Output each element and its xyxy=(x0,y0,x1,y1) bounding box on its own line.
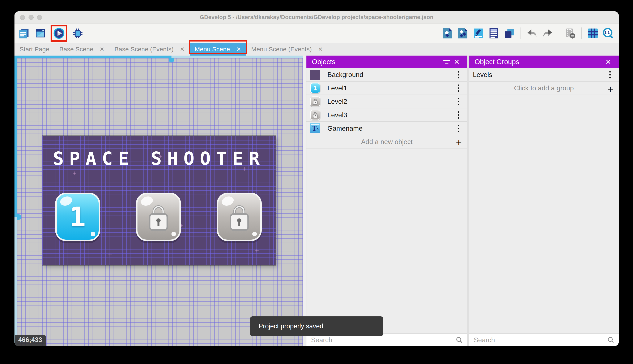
lock-icon xyxy=(147,201,170,233)
search-icon xyxy=(455,336,463,344)
background-object-thumbnail xyxy=(310,70,320,80)
toolbar: 1:1 xyxy=(15,24,619,43)
redo-icon[interactable] xyxy=(541,27,554,40)
project-manager-icon[interactable] xyxy=(18,27,30,40)
toolbar-left xyxy=(15,25,84,42)
object-menu-kebab-icon[interactable] xyxy=(453,96,463,106)
close-objects-panel-icon[interactable]: ✕ xyxy=(452,57,462,67)
zoom-ratio-label: 1:1 xyxy=(604,30,610,35)
object-menu-kebab-icon[interactable] xyxy=(453,70,463,80)
search-icon xyxy=(607,336,614,344)
toast-message: Project properly saved xyxy=(258,322,323,330)
cursor-coordinates-badge: 466;433 xyxy=(15,335,46,346)
save-toast: Project properly saved xyxy=(250,316,383,336)
add-group-button[interactable]: Click to add a group + xyxy=(469,82,619,95)
window-title: GDevelop 5 - /Users/dkarakay/Documents/G… xyxy=(200,14,433,20)
scene-preview[interactable]: SPACE SHOOTER 1 xyxy=(42,136,275,265)
toggle-window-mask-icon[interactable] xyxy=(564,27,576,40)
tab-base-scene[interactable]: Base Scene ✕ xyxy=(54,43,109,56)
object-menu-kebab-icon[interactable] xyxy=(453,83,463,93)
panel-divider[interactable] xyxy=(467,56,469,346)
open-objects-panel-icon[interactable] xyxy=(441,27,453,40)
object-row-level3[interactable]: Level3 xyxy=(306,108,467,122)
close-object-groups-panel-icon[interactable]: ✕ xyxy=(603,57,613,67)
vertical-scrollbar[interactable] xyxy=(15,56,17,346)
play-highlight-box xyxy=(51,25,67,42)
level3-object-thumbnail xyxy=(310,110,320,120)
toolbar-divider xyxy=(559,28,559,39)
tabbar: Start Page Base Scene ✕ Base Scene (Even… xyxy=(15,43,619,56)
level3-locked-button-instance[interactable] xyxy=(217,193,262,241)
undo-icon[interactable] xyxy=(526,27,538,40)
sparkle-decoration xyxy=(110,253,110,257)
level1-object-thumbnail: 1 xyxy=(310,83,320,93)
tab-menu-scene[interactable]: Menu Scene ✕ xyxy=(190,43,246,56)
level1-button-instance[interactable]: 1 xyxy=(55,193,100,241)
traffic-lights xyxy=(20,15,42,20)
sparkle-decoration xyxy=(256,249,257,252)
game-title-text-instance[interactable]: SPACE SHOOTER xyxy=(42,148,275,169)
text-object-thumbnail: Tx xyxy=(310,123,320,133)
objects-panel-header: Objects ✕ xyxy=(306,56,467,68)
group-row-levels[interactable]: Levels xyxy=(469,68,619,82)
toggle-grid-icon[interactable] xyxy=(587,27,599,40)
tab-base-scene-events[interactable]: Base Scene (Events) ✕ xyxy=(109,43,189,56)
close-window-button[interactable] xyxy=(20,15,25,20)
titlebar: GDevelop 5 - /Users/dkarakay/Documents/G… xyxy=(15,11,619,24)
object-groups-panel: Object Groups ✕ Levels Click to add a gr… xyxy=(469,56,619,346)
horizontal-scrollbar[interactable] xyxy=(15,56,303,58)
object-row-level1[interactable]: 1 Level1 xyxy=(306,82,467,95)
tab-menu-scene-events[interactable]: Menu Scene (Events) ✕ xyxy=(246,43,328,56)
objects-panel-title: Objects xyxy=(312,58,335,66)
close-tab-icon[interactable]: ✕ xyxy=(318,46,323,53)
toolbar-divider xyxy=(581,28,582,39)
scene-window-icon[interactable] xyxy=(34,27,46,40)
object-menu-kebab-icon[interactable] xyxy=(453,123,463,133)
close-tab-icon[interactable]: ✕ xyxy=(180,46,185,53)
open-layers-panel-icon[interactable] xyxy=(503,27,515,40)
plus-icon[interactable]: + xyxy=(456,137,462,148)
zoom-one-to-one-icon[interactable]: 1:1 xyxy=(602,27,614,40)
main-content: SPACE SHOOTER 1 xyxy=(15,56,619,346)
toolbar-divider xyxy=(520,28,521,39)
sparkle-decoration xyxy=(74,172,75,175)
object-row-background[interactable]: Background xyxy=(306,68,467,82)
tab-start-page[interactable]: Start Page xyxy=(15,43,54,56)
objects-panel: Objects ✕ Background 1 Level1 xyxy=(306,56,467,346)
object-menu-kebab-icon[interactable] xyxy=(453,110,463,120)
minimize-window-button[interactable] xyxy=(29,15,34,20)
add-new-object-button[interactable]: Add a new object + xyxy=(306,135,467,149)
open-properties-panel-icon[interactable] xyxy=(472,27,484,40)
filter-icon[interactable] xyxy=(442,57,452,67)
object-row-level2[interactable]: Level2 xyxy=(306,95,467,108)
group-menu-kebab-icon[interactable] xyxy=(605,70,615,80)
play-button[interactable] xyxy=(53,28,65,39)
close-tab-icon[interactable]: ✕ xyxy=(236,46,241,53)
zoom-window-button[interactable] xyxy=(37,15,42,20)
plus-icon[interactable]: + xyxy=(607,83,613,95)
sparkle-decoration xyxy=(181,224,182,227)
lock-icon xyxy=(312,98,318,105)
toolbar-right: 1:1 xyxy=(441,27,619,40)
scene-editor-canvas[interactable]: SPACE SHOOTER 1 xyxy=(15,56,306,346)
groups-search-bar xyxy=(469,334,619,346)
open-instances-list-panel-icon[interactable] xyxy=(488,27,500,40)
level2-object-thumbnail xyxy=(310,96,320,106)
objects-search-input[interactable] xyxy=(311,336,455,344)
app-window: GDevelop 5 - /Users/dkarakay/Documents/G… xyxy=(15,11,619,346)
open-object-groups-panel-icon[interactable] xyxy=(457,27,469,40)
object-groups-panel-header: Object Groups ✕ xyxy=(469,56,619,68)
lock-icon xyxy=(228,201,251,233)
groups-search-input[interactable] xyxy=(473,336,607,344)
level2-locked-button-instance[interactable] xyxy=(136,193,181,241)
debugger-icon[interactable] xyxy=(72,27,84,40)
lock-icon xyxy=(312,111,318,118)
close-tab-icon[interactable]: ✕ xyxy=(100,46,105,53)
object-row-gamename[interactable]: Tx Gamename xyxy=(306,122,467,135)
object-groups-panel-title: Object Groups xyxy=(475,58,519,66)
